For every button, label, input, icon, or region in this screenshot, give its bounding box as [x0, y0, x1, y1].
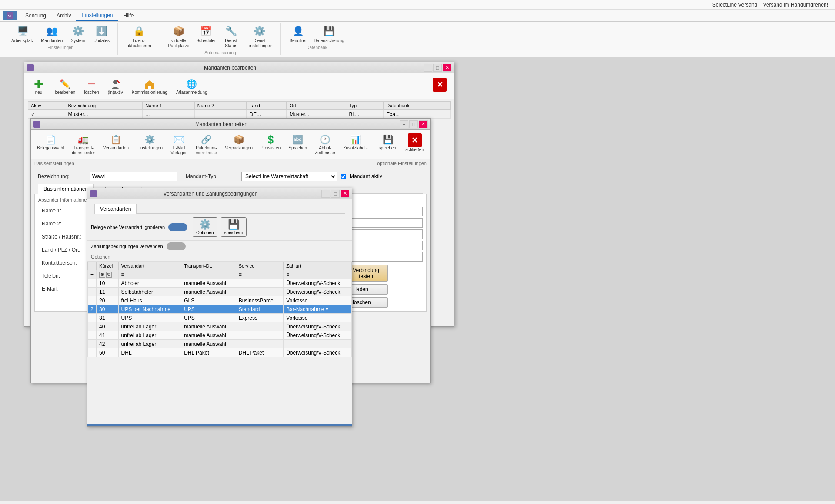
- abhol-btn[interactable]: 🕐 Abhol-Zeitfenster: [311, 132, 339, 157]
- table-row[interactable]: 10 Abholer manuelle Auswahl Überweisung/…: [88, 279, 352, 288]
- table-row[interactable]: + ⊕ ⧉ ≡ ≡ ≡: [88, 270, 352, 279]
- sprachen-btn[interactable]: 🔤 Sprachen: [285, 132, 311, 157]
- mandanten-bearbeiten-icon: [33, 121, 40, 128]
- ribbon-item-dienst-einstellungen[interactable]: ⚙️ DienstEinstellungen: [244, 23, 275, 50]
- preislisten-btn[interactable]: 💲 Preislisten: [257, 132, 284, 157]
- table-row[interactable]: 31 UPS UPS Express Vorkasse: [88, 314, 352, 322]
- tab-basisinfo[interactable]: Basisinformationen: [38, 184, 94, 194]
- optionen-area: ⚙️ Optionen 💾 speichern: [193, 217, 247, 237]
- cell-aktiv: ✓: [28, 110, 65, 119]
- table-row[interactable]: 42 unfrei ab Lager manuelle Auswahl: [88, 340, 352, 348]
- zahlung-toggle[interactable]: [167, 242, 186, 250]
- mb-minimize-btn[interactable]: −: [400, 120, 408, 128]
- tab-hilfe[interactable]: Hilfe: [118, 11, 139, 20]
- ribbon-group-items-einstellungen: 🖥️ Arbeitsplatz 👥 Mandanten ⚙️ System ⬇️…: [9, 23, 112, 44]
- mb-speichern-label: speichern: [379, 146, 397, 150]
- ribbon-item-mandanten[interactable]: 👥 Mandanten: [38, 23, 65, 44]
- belege-toggle[interactable]: [168, 223, 187, 231]
- table-row[interactable]: 40 unfrei ab Lager manuelle Auswahl Über…: [88, 322, 352, 331]
- mandanten-atlas-btn[interactable]: 🌐 Atlasanmeldung: [173, 76, 211, 96]
- mandanten-neu-btn[interactable]: ✚ neu: [28, 76, 50, 96]
- table-row[interactable]: 50 DHL DHL Paket DHL Paket Überweisung/V…: [88, 348, 352, 357]
- bezeichnung-input[interactable]: [90, 172, 177, 181]
- tab-archiv[interactable]: Archiv: [51, 11, 76, 20]
- ribbon-item-scheduler[interactable]: 📅 Scheduler: [194, 23, 218, 44]
- ribbon-group-items-auto: 📦 virtuellePackplätze 📅 Scheduler 🔧 Dien…: [165, 23, 275, 50]
- table-row[interactable]: 20 frei Haus GLS BusinessParcel Vorkasse: [88, 296, 352, 305]
- belegauswahl-btn[interactable]: 📄 Belegauswahl: [33, 132, 67, 157]
- dienst-status-label: DienstStatus: [225, 38, 237, 49]
- col-versandart: Versandart: [118, 262, 181, 270]
- cell-versandart-6: unfrei ab Lager: [118, 322, 181, 331]
- zusatzlabels-btn[interactable]: 📊 Zusatzlabels: [340, 132, 371, 157]
- mb-speichern-btn[interactable]: 💾 speichern: [375, 132, 401, 157]
- versand-restore-btn[interactable]: □: [331, 190, 340, 198]
- mandanten-bearbeiten-btn[interactable]: ✏️ bearbeiten: [51, 76, 79, 96]
- cell-typ: Bit...: [346, 110, 384, 119]
- app-logo: SL: [3, 11, 17, 20]
- mandanten-close-btn[interactable]: ✕: [443, 64, 451, 72]
- versand-table-container[interactable]: Kürzel Versandart Transport-DL Service Z…: [87, 262, 352, 409]
- versand-speichern-btn[interactable]: 💾 speichern: [221, 217, 247, 237]
- ribbon-item-arbeitsplatz[interactable]: 🖥️ Arbeitsplatz: [9, 23, 37, 44]
- tab-einstellungen[interactable]: Einstellungen: [76, 10, 118, 21]
- ribbon-group-items-db: 👤 Benutzer 💾 Datensicherung: [287, 23, 347, 44]
- cell-service-2: [236, 288, 284, 296]
- copy-row-icon[interactable]: ⧉: [106, 272, 112, 278]
- cell-ort: Muster...: [287, 110, 346, 119]
- ribbon-content: 🖥️ Arbeitsplatz 👥 Mandanten ⚙️ System ⬇️…: [0, 22, 835, 57]
- add-row-icon[interactable]: ⊕: [99, 272, 105, 278]
- table-row[interactable]: 11 Selbstabholer manuelle Auswahl Überwe…: [88, 288, 352, 296]
- mandanten-kommissionierung-btn[interactable]: Kommissionierung: [128, 76, 171, 96]
- versand-tab-bar: Versandarten: [94, 204, 345, 214]
- cell-transport-0: [181, 270, 236, 279]
- table-row[interactable]: 2 30 UPS per Nachnahme UPS Standard Bar-…: [88, 305, 352, 314]
- transport-icon: 🚛: [77, 133, 90, 146]
- mandanten-icon: 👥: [45, 24, 59, 38]
- ribbon-item-datensicherung[interactable]: 💾 Datensicherung: [311, 23, 347, 44]
- verpackungen-btn[interactable]: 📦 Verpackungen: [221, 132, 256, 157]
- versand-minimize-btn[interactable]: −: [321, 190, 330, 198]
- mandant-typ-select[interactable]: SelectLine Warenwirtschaft: [241, 172, 337, 181]
- cell-zahlart-1: Überweisung/V-Scheck: [284, 279, 352, 288]
- versandarten-btn[interactable]: 📋 Versandarten: [100, 132, 133, 157]
- cell-indicator-8: [88, 340, 97, 348]
- ribbon-item-benutzer[interactable]: 👤 Benutzer: [287, 23, 309, 44]
- cell-name1: ...: [143, 110, 195, 119]
- versand-close-btn[interactable]: ✕: [341, 190, 349, 198]
- einstellungen-btn[interactable]: ⚙️ Einstellungen: [133, 132, 166, 157]
- col-land: Land: [247, 102, 287, 110]
- table-row[interactable]: ✓ Muster... ... DE... Muster... Bit... E…: [28, 110, 451, 119]
- cell-indicator-4: 2: [88, 305, 97, 314]
- mandant-aktiv-checkbox[interactable]: [341, 174, 346, 179]
- cell-service-4: Standard: [236, 305, 284, 314]
- title-bar: SelectLine Versand – Versand im Handumdr…: [0, 0, 835, 10]
- mb-close-btn[interactable]: ✕: [419, 120, 428, 128]
- mandanten-restore-btn[interactable]: □: [433, 64, 442, 72]
- ribbon-item-dienst-status[interactable]: 🔧 DienstStatus: [220, 23, 242, 50]
- scheduler-label: Scheduler: [196, 38, 216, 43]
- col-aktiv: Aktiv: [28, 102, 65, 110]
- ribbon-group-datenbank: 👤 Benutzer 💾 Datensicherung Datenbank: [281, 23, 352, 55]
- mb-schliessen-btn[interactable]: ✕ schließen: [402, 132, 428, 157]
- transport-btn[interactable]: 🚛 Transport-dienstleister: [68, 132, 98, 157]
- optionen-btn[interactable]: ⚙️ Optionen: [193, 217, 217, 237]
- cell-indicator-1: [88, 279, 97, 288]
- lizenz-label: Lizenzaktualisieren: [127, 38, 151, 49]
- paket-btn[interactable]: 🔗 Paketnum-mernkreise: [192, 132, 220, 157]
- email-btn[interactable]: ✉️ E-MailVorlagen: [167, 132, 191, 157]
- ribbon-item-virtuelle-packplaetze[interactable]: 📦 virtuellePackplätze: [165, 23, 192, 50]
- ribbon-item-lizenz[interactable]: 🔒 Lizenzaktualisieren: [124, 23, 154, 50]
- tab-sendung[interactable]: Sendung: [20, 11, 51, 20]
- mandanten-inaktiv-btn[interactable]: (in)aktiv: [104, 76, 127, 96]
- ribbon-item-updates[interactable]: ⬇️ Updates: [90, 23, 112, 44]
- mandanten-minimize-btn[interactable]: −: [424, 64, 432, 72]
- tab-versandarten[interactable]: Versandarten: [94, 204, 137, 214]
- mandanten-schliessen-btn[interactable]: ✕: [429, 76, 451, 96]
- mandanten-loeschen-btn[interactable]: ─ löschen: [80, 76, 102, 96]
- mb-restore-btn[interactable]: □: [409, 120, 418, 128]
- versand-dialog: Versandarten und Zahlungsbedingungen − □…: [87, 188, 352, 427]
- ribbon-item-system[interactable]: ⚙️ System: [67, 23, 89, 44]
- svg-line-4: [117, 80, 120, 83]
- table-row[interactable]: 41 unfrei ab Lager manuelle Auswahl Über…: [88, 331, 352, 340]
